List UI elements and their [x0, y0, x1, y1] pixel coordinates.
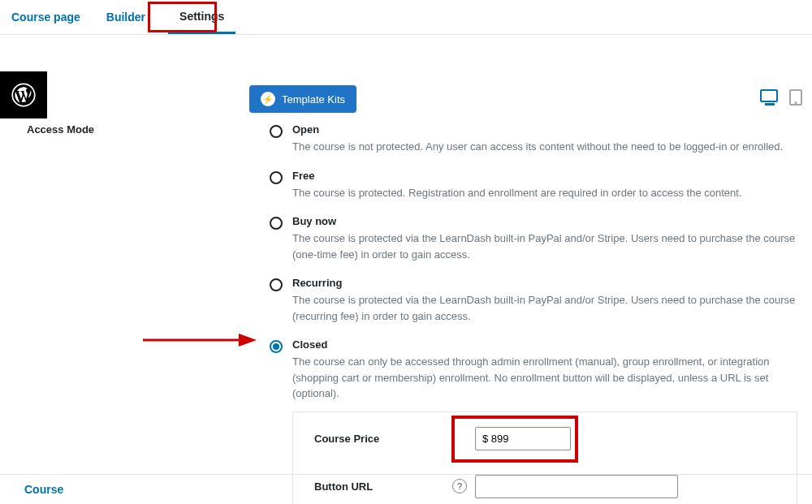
radio-open[interactable] — [270, 125, 283, 138]
top-tabs: Course page Builder Settings — [0, 0, 812, 35]
tab-course-page[interactable]: Course page — [8, 11, 103, 32]
option-recurring-desc: The course is protected via the LearnDas… — [292, 292, 797, 324]
tablet-icon[interactable] — [789, 89, 802, 106]
course-price-input[interactable] — [475, 427, 571, 450]
bolt-icon: ⚡ — [261, 92, 275, 106]
option-free-desc: The course is protected. Registration an… — [292, 185, 797, 201]
annotation-arrow — [143, 332, 257, 348]
option-buy-now-desc: The course is protected via the LearnDas… — [292, 230, 797, 262]
radio-closed[interactable] — [270, 340, 283, 353]
option-closed-desc: The course can only be accessed through … — [292, 354, 797, 402]
option-buy-now-title: Buy now — [292, 215, 797, 227]
template-kits-label: Template Kits — [282, 93, 345, 106]
radio-free[interactable] — [270, 171, 283, 184]
radio-buy-now[interactable] — [270, 217, 283, 230]
tab-builder[interactable]: Builder — [103, 11, 168, 32]
option-free[interactable]: Free The course is protected. Registrati… — [270, 170, 797, 201]
option-closed-title: Closed — [292, 338, 797, 351]
option-open-title: Open — [292, 123, 797, 136]
option-open[interactable]: Open The course is not protected. Any us… — [270, 123, 797, 155]
bottom-course-link[interactable]: Course — [24, 483, 63, 496]
wordpress-icon — [11, 83, 36, 107]
option-open-desc: The course is not protected. Any user ca… — [292, 139, 797, 155]
course-price-label: Course Price — [314, 433, 452, 445]
device-preview-icons — [760, 89, 802, 106]
option-free-title: Free — [292, 170, 797, 182]
option-recurring-title: Recurring — [292, 277, 797, 289]
bottom-bar: Course — [0, 474, 812, 504]
course-price-row: Course Price — [314, 427, 780, 450]
radio-recurring[interactable] — [270, 278, 283, 291]
desktop-icon[interactable] — [760, 89, 778, 102]
access-mode-options: Open The course is not protected. Any us… — [270, 123, 797, 504]
option-closed[interactable]: Closed The course can only be accessed t… — [270, 338, 797, 402]
option-buy-now[interactable]: Buy now The course is protected via the … — [270, 215, 797, 262]
wordpress-logo — [0, 71, 47, 118]
tab-settings[interactable]: Settings — [168, 10, 235, 34]
access-mode-label: Access Mode — [27, 123, 94, 136]
template-kits-button[interactable]: ⚡ Template Kits — [249, 85, 356, 113]
svg-marker-2 — [239, 334, 257, 347]
option-recurring[interactable]: Recurring The course is protected via th… — [270, 277, 797, 324]
